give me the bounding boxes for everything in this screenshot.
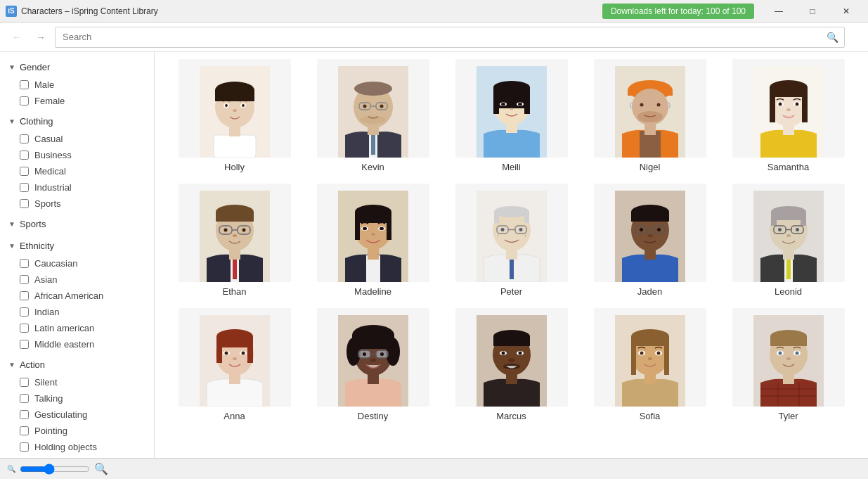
svg-rect-116: [771, 212, 806, 220]
filter-item-caucasian[interactable]: Caucasian: [0, 255, 154, 272]
filter-group-label-gender: Gender: [20, 62, 50, 72]
maximize-button[interactable]: □: [796, 1, 829, 22]
svg-point-35: [518, 103, 522, 106]
character-image-destiny: [317, 308, 429, 407]
filter-item-silent[interactable]: Silent: [0, 374, 154, 390]
character-card-kevin[interactable]: Kevin: [307, 59, 439, 172]
filter-group-header-gender[interactable]: ▼ Gender: [0, 58, 154, 77]
checkbox-middle-eastern[interactable]: [20, 340, 29, 349]
window-controls: — □ ✕: [763, 1, 862, 22]
filter-label-male: Male: [34, 79, 54, 90]
zoom-out-icon: 🔍: [7, 465, 15, 473]
character-card-jaden[interactable]: Jaden: [584, 184, 715, 297]
character-card-ethan[interactable]: Ethan: [169, 184, 300, 297]
character-card-holly[interactable]: Holly: [169, 59, 300, 172]
filter-item-middle-eastern[interactable]: Middle eastern: [0, 336, 154, 352]
filter-item-industrial[interactable]: Industrial: [0, 179, 154, 196]
filter-group-header-ethnicity[interactable]: ▼ Ethnicity: [0, 236, 154, 255]
character-card-anna[interactable]: Anna: [169, 308, 300, 421]
filter-item-gesticulating[interactable]: Gesticulating: [0, 407, 154, 423]
filter-item-female[interactable]: Female: [0, 93, 154, 109]
character-card-leonid[interactable]: Leonid: [723, 184, 854, 297]
chevron-icon: ▼: [8, 63, 15, 71]
svg-point-22: [380, 105, 383, 108]
checkbox-industrial[interactable]: [20, 183, 29, 192]
checkbox-latin-american[interactable]: [20, 324, 29, 333]
checkbox-business[interactable]: [20, 151, 29, 160]
checkbox-asian[interactable]: [20, 275, 29, 284]
checkbox-holding-objects[interactable]: [20, 442, 29, 452]
character-card-peter[interactable]: Peter: [446, 184, 577, 297]
character-image-ethan: [179, 184, 291, 282]
character-image-madeline: [317, 184, 429, 282]
character-image-kevin: [317, 59, 429, 158]
character-name-holly: Holly: [224, 162, 245, 172]
minimize-button[interactable]: —: [763, 1, 795, 22]
filter-item-applauding[interactable]: Applauding: [0, 455, 154, 458]
svg-point-36: [510, 108, 513, 110]
filter-item-indian[interactable]: Indian: [0, 304, 154, 320]
character-card-meili[interactable]: Meili: [446, 59, 577, 172]
filter-item-medical[interactable]: Medical: [0, 163, 154, 179]
svg-point-147: [370, 359, 376, 362]
filter-item-business[interactable]: Business: [0, 147, 154, 163]
svg-point-158: [508, 358, 515, 362]
back-button[interactable]: ←: [7, 27, 27, 47]
filter-group-header-sports[interactable]: ▼ Sports: [0, 215, 154, 234]
checkbox-silent[interactable]: [20, 378, 29, 387]
filter-label-silent: Silent: [34, 377, 58, 388]
checkbox-medical[interactable]: [20, 167, 29, 176]
character-card-tyler[interactable]: Tyler: [723, 308, 854, 421]
character-card-sofia[interactable]: Sofia: [584, 308, 715, 421]
checkbox-casual[interactable]: [20, 134, 29, 143]
filter-item-african-american[interactable]: African American: [0, 288, 154, 304]
zoom-slider[interactable]: [20, 464, 90, 475]
filter-item-asian[interactable]: Asian: [0, 272, 154, 288]
svg-point-170: [648, 357, 652, 360]
filter-label-talking: Talking: [34, 393, 63, 404]
filter-item-latin-american[interactable]: Latin american: [0, 320, 154, 336]
svg-point-45: [640, 103, 643, 107]
svg-point-156: [501, 352, 505, 355]
character-card-samantha[interactable]: Samantha: [723, 59, 854, 172]
forward-button[interactable]: →: [31, 27, 51, 47]
checkbox-female[interactable]: [20, 96, 29, 106]
character-card-nigel[interactable]: Nigel: [584, 59, 715, 172]
svg-rect-91: [524, 212, 529, 223]
svg-point-95: [500, 228, 504, 231]
filter-item-casual[interactable]: Casual: [0, 131, 154, 147]
svg-rect-179: [770, 336, 807, 346]
svg-rect-14: [371, 134, 375, 155]
checkbox-talking[interactable]: [20, 394, 29, 403]
svg-point-82: [363, 227, 367, 230]
checkbox-indian[interactable]: [20, 307, 29, 317]
character-name-kevin: Kevin: [361, 162, 384, 172]
filter-item-talking[interactable]: Talking: [0, 390, 154, 407]
checkbox-pointing[interactable]: [20, 426, 29, 435]
character-card-marcus[interactable]: Marcus: [446, 308, 577, 421]
character-image-anna: [179, 308, 291, 407]
character-name-nigel: Nigel: [640, 162, 661, 172]
filter-group-header-clothing[interactable]: ▼ Clothing: [0, 112, 154, 131]
character-card-madeline[interactable]: Madeline: [307, 184, 439, 297]
checkbox-sports-clothing[interactable]: [20, 199, 29, 208]
titlebar: iS Characters – iSpring Content Library …: [0, 0, 868, 23]
filter-group-header-action[interactable]: ▼ Action: [0, 355, 154, 374]
search-input[interactable]: [55, 27, 845, 48]
checkbox-gesticulating[interactable]: [20, 410, 29, 419]
checkbox-male[interactable]: [20, 80, 29, 89]
checkbox-caucasian[interactable]: [20, 259, 29, 268]
filter-item-holding-objects[interactable]: Holding objects: [0, 439, 154, 455]
filter-item-male[interactable]: Male: [0, 77, 154, 93]
filter-label-industrial: Industrial: [34, 182, 72, 193]
filter-group-gender: ▼ Gender Male Female: [0, 58, 154, 109]
checkbox-african-american[interactable]: [20, 291, 29, 300]
character-card-destiny[interactable]: Destiny: [307, 308, 439, 421]
filter-item-sports-clothing[interactable]: Sports: [0, 196, 154, 212]
svg-point-133: [241, 352, 245, 355]
filter-item-pointing[interactable]: Pointing: [0, 423, 154, 439]
svg-point-183: [795, 352, 798, 355]
close-button[interactable]: ✕: [830, 1, 862, 22]
search-icon[interactable]: 🔍: [827, 32, 838, 43]
character-image-sofia: [594, 308, 706, 407]
